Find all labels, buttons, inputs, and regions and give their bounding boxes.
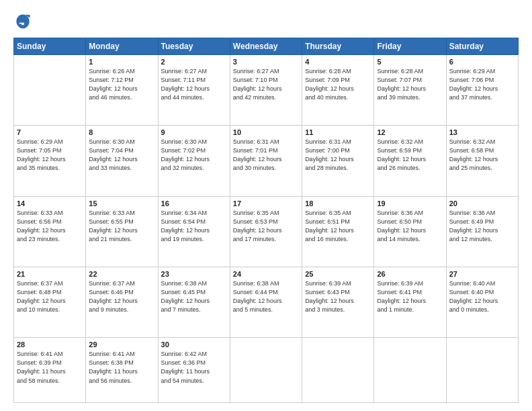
calendar-cell: 11Sunrise: 6:31 AM Sunset: 7:00 PM Dayli… [302, 126, 374, 196]
day-number: 18 [305, 199, 371, 208]
day-number: 10 [233, 128, 299, 136]
calendar-cell: 4Sunrise: 6:28 AM Sunset: 7:09 PM Daylig… [302, 55, 374, 126]
calendar-cell [302, 338, 374, 403]
calendar-table: SundayMondayTuesdayWednesdayThursdayFrid… [13, 38, 519, 403]
calendar-cell: 21Sunrise: 6:37 AM Sunset: 6:48 PM Dayli… [14, 267, 86, 338]
day-number: 9 [161, 128, 227, 136]
day-info: Sunrise: 6:32 AM Sunset: 6:58 PM Dayligh… [449, 138, 515, 173]
calendar-header-tuesday: Tuesday [158, 38, 230, 55]
calendar-cell: 13Sunrise: 6:32 AM Sunset: 6:58 PM Dayli… [446, 126, 518, 196]
day-info: Sunrise: 6:30 AM Sunset: 7:02 PM Dayligh… [161, 138, 227, 173]
calendar-cell [374, 338, 446, 403]
calendar-cell: 27Sunrise: 6:40 AM Sunset: 6:40 PM Dayli… [446, 267, 518, 338]
day-number: 19 [377, 199, 443, 208]
calendar-header-thursday: Thursday [302, 38, 374, 55]
calendar-cell: 25Sunrise: 6:39 AM Sunset: 6:43 PM Dayli… [302, 267, 374, 338]
day-number: 20 [449, 199, 515, 208]
day-number: 15 [89, 199, 154, 208]
calendar-cell: 28Sunrise: 6:41 AM Sunset: 6:39 PM Dayli… [14, 338, 86, 403]
day-info: Sunrise: 6:42 AM Sunset: 6:36 PM Dayligh… [161, 350, 227, 385]
calendar-header-sunday: Sunday [14, 38, 86, 55]
calendar-cell: 2Sunrise: 6:27 AM Sunset: 7:11 PM Daylig… [158, 55, 230, 126]
calendar-cell: 6Sunrise: 6:29 AM Sunset: 7:06 PM Daylig… [446, 55, 518, 126]
day-info: Sunrise: 6:39 AM Sunset: 6:41 PM Dayligh… [377, 279, 443, 314]
day-number: 21 [17, 270, 83, 278]
day-number: 8 [89, 128, 154, 136]
calendar-cell [446, 338, 518, 403]
day-info: Sunrise: 6:38 AM Sunset: 6:44 PM Dayligh… [233, 279, 299, 314]
calendar-week-row: 21Sunrise: 6:37 AM Sunset: 6:48 PM Dayli… [14, 267, 519, 338]
day-info: Sunrise: 6:41 AM Sunset: 6:38 PM Dayligh… [89, 350, 154, 385]
calendar-cell: 3Sunrise: 6:27 AM Sunset: 7:10 PM Daylig… [230, 55, 302, 126]
calendar-week-row: 7Sunrise: 6:29 AM Sunset: 7:05 PM Daylig… [14, 126, 519, 196]
day-info: Sunrise: 6:36 AM Sunset: 6:49 PM Dayligh… [449, 209, 515, 244]
day-number: 14 [17, 199, 83, 208]
calendar-cell: 1Sunrise: 6:26 AM Sunset: 7:12 PM Daylig… [86, 55, 158, 126]
day-number: 26 [377, 270, 443, 278]
calendar-header-wednesday: Wednesday [230, 38, 302, 55]
day-info: Sunrise: 6:26 AM Sunset: 7:12 PM Dayligh… [89, 67, 154, 102]
day-number: 12 [377, 128, 443, 136]
calendar-header-friday: Friday [374, 38, 446, 55]
calendar-cell: 18Sunrise: 6:35 AM Sunset: 6:51 PM Dayli… [302, 196, 374, 267]
day-number: 28 [17, 340, 83, 349]
day-info: Sunrise: 6:27 AM Sunset: 7:11 PM Dayligh… [161, 67, 227, 102]
generalblue-logo-icon [13, 12, 32, 31]
day-info: Sunrise: 6:35 AM Sunset: 6:51 PM Dayligh… [305, 209, 371, 244]
day-info: Sunrise: 6:32 AM Sunset: 6:59 PM Dayligh… [377, 138, 443, 173]
calendar-cell: 23Sunrise: 6:38 AM Sunset: 6:45 PM Dayli… [158, 267, 230, 338]
day-number: 11 [305, 128, 371, 136]
calendar-cell: 20Sunrise: 6:36 AM Sunset: 6:49 PM Dayli… [446, 196, 518, 267]
calendar-cell: 9Sunrise: 6:30 AM Sunset: 7:02 PM Daylig… [158, 126, 230, 196]
day-number: 2 [161, 58, 227, 66]
calendar-week-row: 14Sunrise: 6:33 AM Sunset: 6:56 PM Dayli… [14, 196, 519, 267]
calendar-cell: 24Sunrise: 6:38 AM Sunset: 6:44 PM Dayli… [230, 267, 302, 338]
day-info: Sunrise: 6:38 AM Sunset: 6:45 PM Dayligh… [161, 279, 227, 314]
day-info: Sunrise: 6:37 AM Sunset: 6:48 PM Dayligh… [17, 279, 83, 314]
day-info: Sunrise: 6:37 AM Sunset: 6:46 PM Dayligh… [89, 279, 154, 314]
calendar-cell: 7Sunrise: 6:29 AM Sunset: 7:05 PM Daylig… [14, 126, 86, 196]
day-number: 6 [449, 58, 515, 66]
logo [13, 12, 35, 31]
calendar-cell: 22Sunrise: 6:37 AM Sunset: 6:46 PM Dayli… [86, 267, 158, 338]
day-number: 22 [89, 270, 154, 278]
calendar-header-row: SundayMondayTuesdayWednesdayThursdayFrid… [14, 38, 519, 55]
calendar-cell: 15Sunrise: 6:33 AM Sunset: 6:55 PM Dayli… [86, 196, 158, 267]
day-number: 4 [305, 58, 371, 66]
day-info: Sunrise: 6:33 AM Sunset: 6:55 PM Dayligh… [89, 209, 154, 244]
calendar-week-row: 28Sunrise: 6:41 AM Sunset: 6:39 PM Dayli… [14, 338, 519, 403]
header [13, 12, 519, 31]
day-info: Sunrise: 6:41 AM Sunset: 6:39 PM Dayligh… [17, 350, 83, 385]
day-number: 27 [449, 270, 515, 278]
calendar-cell: 19Sunrise: 6:36 AM Sunset: 6:50 PM Dayli… [374, 196, 446, 267]
calendar-cell: 30Sunrise: 6:42 AM Sunset: 6:36 PM Dayli… [158, 338, 230, 403]
calendar-cell: 10Sunrise: 6:31 AM Sunset: 7:01 PM Dayli… [230, 126, 302, 196]
day-number: 7 [17, 128, 83, 136]
day-info: Sunrise: 6:29 AM Sunset: 7:06 PM Dayligh… [449, 67, 515, 102]
day-number: 16 [161, 199, 227, 208]
day-number: 13 [449, 128, 515, 136]
day-number: 24 [233, 270, 299, 278]
day-info: Sunrise: 6:36 AM Sunset: 6:50 PM Dayligh… [377, 209, 443, 244]
day-info: Sunrise: 6:39 AM Sunset: 6:43 PM Dayligh… [305, 279, 371, 314]
day-number: 30 [161, 340, 227, 349]
day-info: Sunrise: 6:27 AM Sunset: 7:10 PM Dayligh… [233, 67, 299, 102]
calendar-cell [14, 55, 86, 126]
day-number: 29 [89, 340, 154, 349]
calendar-cell: 5Sunrise: 6:28 AM Sunset: 7:07 PM Daylig… [374, 55, 446, 126]
day-number: 17 [233, 199, 299, 208]
day-info: Sunrise: 6:28 AM Sunset: 7:07 PM Dayligh… [377, 67, 443, 102]
calendar-cell: 8Sunrise: 6:30 AM Sunset: 7:04 PM Daylig… [86, 126, 158, 196]
calendar-cell: 16Sunrise: 6:34 AM Sunset: 6:54 PM Dayli… [158, 196, 230, 267]
calendar-week-row: 1Sunrise: 6:26 AM Sunset: 7:12 PM Daylig… [14, 55, 519, 126]
day-info: Sunrise: 6:33 AM Sunset: 6:56 PM Dayligh… [17, 209, 83, 244]
calendar-cell [230, 338, 302, 403]
calendar-cell: 14Sunrise: 6:33 AM Sunset: 6:56 PM Dayli… [14, 196, 86, 267]
day-number: 1 [89, 58, 154, 66]
day-number: 25 [305, 270, 371, 278]
calendar-cell: 17Sunrise: 6:35 AM Sunset: 6:53 PM Dayli… [230, 196, 302, 267]
calendar-cell: 26Sunrise: 6:39 AM Sunset: 6:41 PM Dayli… [374, 267, 446, 338]
day-info: Sunrise: 6:29 AM Sunset: 7:05 PM Dayligh… [17, 138, 83, 173]
day-info: Sunrise: 6:34 AM Sunset: 6:54 PM Dayligh… [161, 209, 227, 244]
day-info: Sunrise: 6:31 AM Sunset: 7:00 PM Dayligh… [305, 138, 371, 173]
